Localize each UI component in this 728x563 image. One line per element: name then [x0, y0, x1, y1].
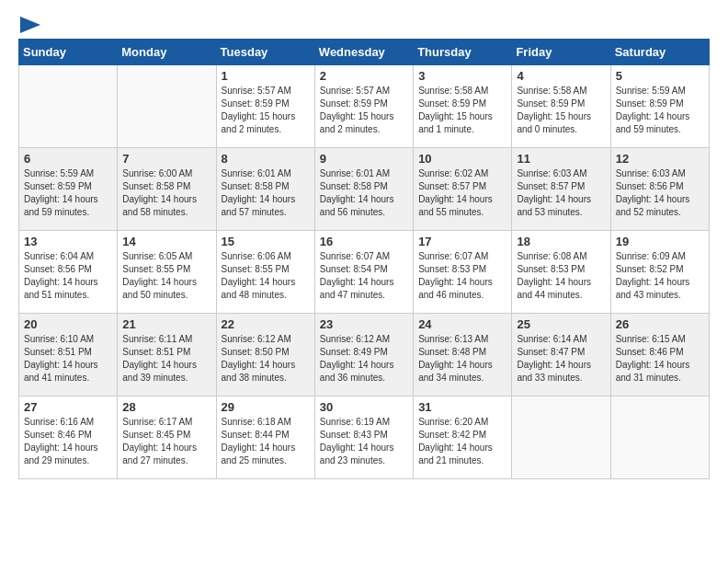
day-number: 2: [320, 69, 408, 83]
calendar-day-header: Thursday: [414, 40, 512, 65]
day-info: Sunrise: 6:06 AM Sunset: 8:55 PM Dayligh…: [222, 250, 310, 302]
day-info: Sunrise: 6:12 AM Sunset: 8:49 PM Dayligh…: [320, 333, 408, 385]
day-info: Sunrise: 6:05 AM Sunset: 8:55 PM Dayligh…: [122, 250, 210, 302]
day-info: Sunrise: 6:02 AM Sunset: 8:57 PM Dayligh…: [418, 167, 506, 219]
day-info: Sunrise: 6:18 AM Sunset: 8:44 PM Dayligh…: [222, 416, 310, 467]
day-number: 25: [517, 317, 605, 331]
day-info: Sunrise: 5:59 AM Sunset: 8:59 PM Dayligh…: [616, 85, 704, 136]
logo-arrow-icon: [20, 17, 40, 33]
day-info: Sunrise: 6:19 AM Sunset: 8:43 PM Dayligh…: [320, 416, 408, 467]
calendar-day-cell: 17Sunrise: 6:07 AM Sunset: 8:53 PM Dayli…: [414, 231, 512, 314]
day-number: 27: [24, 400, 112, 414]
day-info: Sunrise: 5:59 AM Sunset: 8:59 PM Dayligh…: [24, 167, 112, 219]
calendar-day-cell: 25Sunrise: 6:14 AM Sunset: 8:47 PM Dayli…: [512, 314, 610, 396]
day-number: 20: [24, 317, 112, 331]
day-number: 29: [222, 400, 310, 414]
day-info: Sunrise: 6:15 AM Sunset: 8:46 PM Dayligh…: [616, 333, 704, 385]
day-number: 9: [320, 152, 408, 166]
day-number: 23: [320, 317, 408, 331]
page-header: [18, 18, 710, 29]
day-number: 21: [122, 317, 210, 331]
day-number: 30: [320, 400, 408, 414]
day-number: 26: [616, 317, 704, 331]
day-info: Sunrise: 6:08 AM Sunset: 8:53 PM Dayligh…: [517, 250, 605, 302]
day-number: 7: [122, 152, 210, 166]
day-info: Sunrise: 6:07 AM Sunset: 8:54 PM Dayligh…: [320, 250, 408, 302]
calendar-day-header: Tuesday: [216, 40, 314, 65]
calendar-day-cell: [610, 396, 709, 479]
calendar-day-cell: 31Sunrise: 6:20 AM Sunset: 8:42 PM Dayli…: [414, 396, 512, 479]
day-info: Sunrise: 5:58 AM Sunset: 8:59 PM Dayligh…: [418, 85, 506, 136]
calendar-day-cell: 3Sunrise: 5:58 AM Sunset: 8:59 PM Daylig…: [414, 65, 512, 148]
calendar-day-cell: 9Sunrise: 6:01 AM Sunset: 8:58 PM Daylig…: [314, 148, 413, 231]
calendar-day-cell: 13Sunrise: 6:04 AM Sunset: 8:56 PM Dayli…: [19, 231, 118, 314]
day-number: 6: [24, 152, 112, 166]
calendar-day-cell: 23Sunrise: 6:12 AM Sunset: 8:49 PM Dayli…: [314, 314, 413, 396]
day-number: 16: [320, 235, 408, 248]
day-info: Sunrise: 6:11 AM Sunset: 8:51 PM Dayligh…: [122, 333, 210, 385]
calendar-day-cell: 26Sunrise: 6:15 AM Sunset: 8:46 PM Dayli…: [610, 314, 709, 396]
calendar-day-cell: 1Sunrise: 5:57 AM Sunset: 8:59 PM Daylig…: [216, 65, 314, 148]
day-number: 24: [418, 317, 506, 331]
day-info: Sunrise: 6:17 AM Sunset: 8:45 PM Dayligh…: [122, 416, 210, 467]
calendar-day-cell: 27Sunrise: 6:16 AM Sunset: 8:46 PM Dayli…: [19, 396, 118, 479]
day-info: Sunrise: 5:58 AM Sunset: 8:59 PM Dayligh…: [517, 85, 605, 136]
calendar-day-cell: 18Sunrise: 6:08 AM Sunset: 8:53 PM Dayli…: [512, 231, 610, 314]
day-number: 28: [122, 400, 210, 414]
day-info: Sunrise: 6:03 AM Sunset: 8:56 PM Dayligh…: [616, 167, 704, 219]
calendar-day-cell: 7Sunrise: 6:00 AM Sunset: 8:58 PM Daylig…: [118, 148, 216, 231]
calendar-day-cell: 15Sunrise: 6:06 AM Sunset: 8:55 PM Dayli…: [216, 231, 314, 314]
calendar-day-cell: 5Sunrise: 5:59 AM Sunset: 8:59 PM Daylig…: [610, 65, 709, 148]
day-info: Sunrise: 6:09 AM Sunset: 8:52 PM Dayligh…: [616, 250, 704, 302]
day-info: Sunrise: 6:03 AM Sunset: 8:57 PM Dayligh…: [517, 167, 605, 219]
day-info: Sunrise: 6:10 AM Sunset: 8:51 PM Dayligh…: [24, 333, 112, 385]
day-number: 18: [517, 235, 605, 248]
calendar-day-cell: 30Sunrise: 6:19 AM Sunset: 8:43 PM Dayli…: [314, 396, 413, 479]
calendar-header-row: SundayMondayTuesdayWednesdayThursdayFrid…: [19, 40, 710, 65]
day-number: 4: [517, 69, 605, 83]
calendar-day-cell: 20Sunrise: 6:10 AM Sunset: 8:51 PM Dayli…: [19, 314, 118, 396]
calendar-day-header: Friday: [512, 40, 610, 65]
day-info: Sunrise: 6:12 AM Sunset: 8:50 PM Dayligh…: [222, 333, 310, 385]
day-number: 17: [418, 235, 506, 248]
day-number: 13: [24, 235, 112, 248]
calendar-week-row: 6Sunrise: 5:59 AM Sunset: 8:59 PM Daylig…: [19, 148, 710, 231]
day-number: 10: [418, 152, 506, 166]
day-info: Sunrise: 5:57 AM Sunset: 8:59 PM Dayligh…: [320, 85, 408, 136]
day-info: Sunrise: 6:07 AM Sunset: 8:53 PM Dayligh…: [418, 250, 506, 302]
calendar-day-cell: 22Sunrise: 6:12 AM Sunset: 8:50 PM Dayli…: [216, 314, 314, 396]
calendar-day-header: Sunday: [19, 40, 118, 65]
day-number: 8: [222, 152, 310, 166]
calendar-week-row: 1Sunrise: 5:57 AM Sunset: 8:59 PM Daylig…: [19, 65, 710, 148]
calendar-day-cell: 8Sunrise: 6:01 AM Sunset: 8:58 PM Daylig…: [216, 148, 314, 231]
calendar-day-cell: [118, 65, 216, 148]
day-info: Sunrise: 6:16 AM Sunset: 8:46 PM Dayligh…: [24, 416, 112, 467]
calendar-day-cell: 2Sunrise: 5:57 AM Sunset: 8:59 PM Daylig…: [314, 65, 413, 148]
day-number: 11: [517, 152, 605, 166]
day-info: Sunrise: 6:01 AM Sunset: 8:58 PM Dayligh…: [320, 167, 408, 219]
calendar-day-cell: 11Sunrise: 6:03 AM Sunset: 8:57 PM Dayli…: [512, 148, 610, 231]
calendar-day-cell: [512, 396, 610, 479]
calendar-day-cell: 28Sunrise: 6:17 AM Sunset: 8:45 PM Dayli…: [118, 396, 216, 479]
calendar-table: SundayMondayTuesdayWednesdayThursdayFrid…: [18, 39, 710, 479]
day-info: Sunrise: 6:04 AM Sunset: 8:56 PM Dayligh…: [24, 250, 112, 302]
day-number: 12: [616, 152, 704, 166]
day-number: 15: [222, 235, 310, 248]
calendar-day-cell: 19Sunrise: 6:09 AM Sunset: 8:52 PM Dayli…: [610, 231, 709, 314]
calendar-day-cell: 14Sunrise: 6:05 AM Sunset: 8:55 PM Dayli…: [118, 231, 216, 314]
calendar-day-cell: 12Sunrise: 6:03 AM Sunset: 8:56 PM Dayli…: [610, 148, 709, 231]
day-number: 1: [222, 69, 310, 83]
day-info: Sunrise: 6:20 AM Sunset: 8:42 PM Dayligh…: [418, 416, 506, 467]
calendar-day-cell: 29Sunrise: 6:18 AM Sunset: 8:44 PM Dayli…: [216, 396, 314, 479]
svg-marker-0: [20, 17, 40, 33]
calendar-day-cell: [19, 65, 118, 148]
calendar-day-cell: 4Sunrise: 5:58 AM Sunset: 8:59 PM Daylig…: [512, 65, 610, 148]
day-number: 5: [616, 69, 704, 83]
calendar-day-cell: 16Sunrise: 6:07 AM Sunset: 8:54 PM Dayli…: [314, 231, 413, 314]
day-number: 22: [222, 317, 310, 331]
day-info: Sunrise: 6:13 AM Sunset: 8:48 PM Dayligh…: [418, 333, 506, 385]
day-info: Sunrise: 5:57 AM Sunset: 8:59 PM Dayligh…: [222, 85, 310, 136]
calendar-week-row: 20Sunrise: 6:10 AM Sunset: 8:51 PM Dayli…: [19, 314, 710, 396]
calendar-day-header: Monday: [118, 40, 216, 65]
logo: [18, 18, 40, 29]
